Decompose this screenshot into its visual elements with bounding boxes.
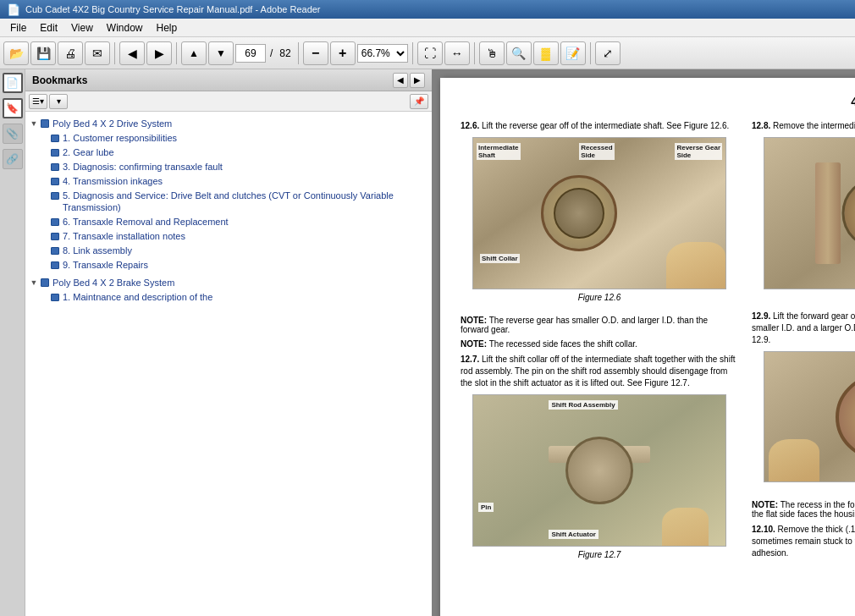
print-button[interactable]: 🖨 [58, 41, 83, 65]
panel-prev-button[interactable]: ◀ [393, 73, 408, 88]
menu-edit[interactable]: Edit [33, 20, 64, 36]
toggle-poly-drive[interactable]: ▼ [29, 118, 39, 130]
fit-page-button[interactable]: ⛶ [417, 41, 443, 65]
prev-page-button[interactable]: ▲ [181, 41, 207, 65]
fig12-6-label-shaft: IntermediateShaft [477, 143, 521, 160]
highlight-button[interactable]: ▓ [533, 41, 559, 65]
email-button[interactable]: ✉ [85, 41, 110, 65]
bm-icon-removal [51, 218, 59, 226]
bookmark-cvt[interactable]: 5. Diagnosis and Service: Drive Belt and… [25, 189, 432, 215]
bookmark-view-button[interactable]: ▾ [49, 94, 68, 109]
bookmark-pin-button[interactable]: 📌 [410, 94, 428, 109]
bookmark-options-button[interactable]: ☰▾ [29, 94, 47, 109]
bookmark-poly-drive[interactable]: ▼ Poly Bed 4 X 2 Drive System [25, 117, 432, 131]
fig12-7-label-pin: Pin [478, 503, 494, 512]
sep3 [298, 42, 299, 64]
toggle-poly-brake[interactable]: ▼ [29, 278, 39, 289]
strip-icon-bookmarks[interactable]: 🔖 [3, 98, 23, 118]
page-input[interactable]: 69 [235, 44, 266, 63]
bookmark-gear-lube[interactable]: 2. Gear lube [25, 146, 432, 160]
bookmark-customer[interactable]: 1. Customer responsibilities [25, 131, 432, 146]
bookmark-diagnosis-trans[interactable]: 3. Diagnosis: confirming transaxle fault [25, 160, 432, 174]
icon-strip: 📄 🔖 📎 🔗 [0, 69, 25, 616]
bm-icon-trans [51, 178, 59, 185]
open-button[interactable]: 📂 [3, 41, 29, 65]
save-button[interactable]: 💾 [30, 41, 56, 65]
figure-12-8-img: Intermediate Shaft Forward Gear(Recessed… [764, 137, 855, 289]
figure-12-7-area: Shift Rod Assembly Pin Shift Actuator Fi… [461, 394, 738, 559]
bm-label-gear-lube: 2. Gear lube [63, 146, 428, 158]
bookmark-maintenance[interactable]: 1. Maintnance and description of the [25, 290, 432, 305]
bm-icon-gear-lube [51, 149, 59, 157]
bookmark-transaxle-repairs[interactable]: 9. Transaxle Repairs [25, 258, 432, 272]
pdf-bottom-section: NOTE: The reverse gear has smaller O.D. … [461, 311, 855, 559]
section-poly-brake: ▼ Poly Bed 4 X 2 Brake System 1. Maintna… [25, 274, 432, 306]
bm-icon-link [51, 247, 59, 255]
sep1 [114, 42, 115, 64]
step-12-6-text: 12.6. Lift the reverse gear off of the i… [461, 120, 738, 132]
step-12-9-text: 12.9. Lift the forward gear out of the h… [752, 311, 855, 346]
app-icon: 📄 [7, 3, 20, 16]
zoom-in-button[interactable]: + [330, 41, 356, 65]
sep4 [412, 42, 413, 64]
fit-width-button[interactable]: ↔ [444, 41, 470, 65]
bm-icon-install [51, 233, 59, 240]
bm-label-repairs: 9. Transaxle Repairs [63, 259, 428, 271]
note-2: NOTE: The recessed side faces the shift … [461, 339, 738, 349]
note-3: NOTE: The recess in the forward gear fac… [752, 500, 855, 519]
figure-12-6-area: IntermediateShaft RecessedSide Reverse G… [461, 137, 738, 302]
pdf-left-col-top: 12.6. Lift the reverse gear off of the i… [461, 120, 738, 302]
prev-view-button[interactable]: ◀ [119, 41, 145, 65]
note-1: NOTE: The reverse gear has smaller O.D. … [461, 316, 738, 334]
strip-icon-links[interactable]: 🔗 [3, 149, 23, 169]
expand-button[interactable]: ⤢ [595, 41, 621, 65]
zoom-out-button[interactable]: − [303, 41, 328, 65]
menu-window[interactable]: Window [100, 20, 150, 36]
figure-12-7-img: Shift Rod Assembly Pin Shift Actuator [472, 394, 726, 547]
fig12-6-label-recessed: RecessedSide [579, 143, 614, 160]
menu-help[interactable]: Help [150, 20, 185, 36]
strip-icon-page[interactable]: 📄 [3, 73, 23, 93]
next-page-button[interactable]: ▼ [208, 41, 234, 65]
next-view-button[interactable]: ▶ [146, 41, 172, 65]
zoom-select[interactable]: 66.7% 50% 75% 100% 125% [357, 44, 408, 63]
bookmark-transaxle-removal[interactable]: 6. Transaxle Removal and Replacement [25, 215, 432, 229]
bm-icon-repairs [51, 261, 59, 269]
bm-label-removal: 6. Transaxle Removal and Replacement [63, 216, 428, 228]
pdf-area[interactable]: 4 X 2 Drive System - (Steel Bed) 12.6. L… [432, 69, 855, 616]
bm-label-diag: 3. Diagnosis: confirming transaxle fault [63, 161, 428, 173]
fig12-7-caption: Figure 12.7 [578, 550, 621, 559]
bookmarks-title: Bookmarks [32, 74, 87, 86]
note-button[interactable]: 📝 [560, 41, 586, 65]
strip-icon-attachments[interactable]: 📎 [3, 124, 23, 144]
select-tool-button[interactable]: 🖱 [479, 41, 505, 65]
figure-12-6-img: IntermediateShaft RecessedSide Reverse G… [472, 137, 726, 289]
bm-icon-maint [51, 294, 59, 301]
bookmarks-content[interactable]: ▼ Poly Bed 4 X 2 Drive System 1. Custome… [25, 112, 432, 616]
search-button[interactable]: 🔍 [506, 41, 532, 65]
page-separator: / [270, 47, 273, 59]
menu-file[interactable]: File [3, 20, 33, 36]
bm-label-maint: 1. Maintnance and description of the [63, 291, 428, 303]
step-12-8-text: 12.8. Remove the intermediate shaft. See… [752, 120, 855, 132]
bm-label-poly-brake: Poly Bed 4 X 2 Brake System [52, 277, 428, 289]
bookmarks-toolbar: ☰▾ ▾ 📌 [25, 91, 432, 112]
section-poly-drive: ▼ Poly Bed 4 X 2 Drive System 1. Custome… [25, 115, 432, 274]
pdf-right-col-top: 12.8. Remove the intermediate shaft. See… [752, 120, 855, 302]
step-12-7-text: 12.7. Lift the shift collar off of the i… [461, 354, 738, 389]
pdf-left-col-bottom: NOTE: The reverse gear has smaller O.D. … [461, 311, 738, 559]
bookmark-transmission[interactable]: 4. Transmission inkages [25, 174, 432, 189]
menu-view[interactable]: View [64, 20, 100, 36]
bm-label-poly-drive: Poly Bed 4 X 2 Drive System [52, 118, 428, 129]
bookmarks-panel: Bookmarks ◀ ▶ ☰▾ ▾ 📌 ▼ Poly Bed 4 X 2 Dr… [25, 69, 432, 616]
bookmark-transaxle-install[interactable]: 7. Transaxle installation notes [25, 229, 432, 244]
pdf-right-col-bottom: 12.9. Lift the forward gear out of the h… [752, 311, 855, 559]
bm-icon-cvt [51, 192, 59, 200]
bookmark-poly-brake[interactable]: ▼ Poly Bed 4 X 2 Brake System [25, 276, 432, 290]
panel-next-button[interactable]: ▶ [410, 73, 425, 88]
fig12-7-label-actuator: Shift Actuator [549, 530, 598, 539]
page-total: 82 [279, 47, 290, 59]
fig12-6-label-reverse: Reverse GearSide [675, 143, 722, 160]
sep2 [176, 42, 177, 64]
bookmark-link-assembly[interactable]: 8. Link assembly [25, 244, 432, 258]
